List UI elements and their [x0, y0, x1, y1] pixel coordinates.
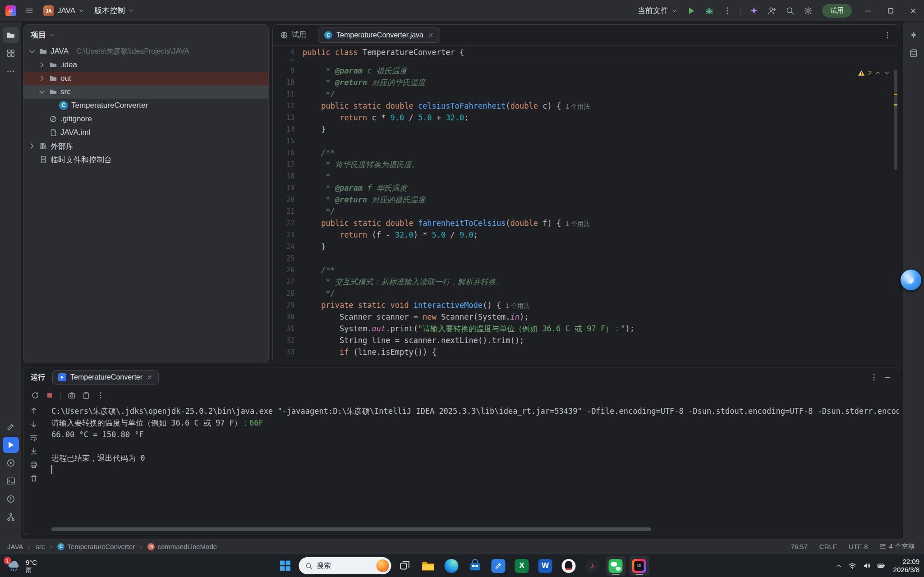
code-with-me-button[interactable] [763, 3, 781, 18]
code-line-10[interactable]: 10 * @return 对应的华氏温度 [273, 77, 899, 88]
code-line-9[interactable]: 9 * @param c 摄氏温度 [273, 65, 899, 77]
tree-item-temperatureconverter[interactable]: CTemperatureConverter [23, 99, 268, 112]
tree-item-out-folder[interactable]: out [23, 72, 268, 85]
code-editor[interactable]: 4public class TemperatureConverter { 8 *… [273, 46, 899, 363]
battery-icon[interactable] [877, 562, 885, 570]
tree-item-external-libraries[interactable]: 外部库 [23, 139, 268, 153]
code-line-23[interactable]: 23 return (f - 32.0) * 5.0 / 9.0; [273, 229, 899, 241]
breadcrumb-item[interactable]: src [36, 543, 45, 550]
services-toolwindow-button[interactable] [3, 455, 19, 471]
code-line-13[interactable]: 13 return c * 9.0 / 5.0 + 32.0; [273, 112, 899, 124]
code-line-16[interactable]: 16 /** [273, 147, 899, 159]
minimize-button[interactable] [857, 0, 879, 22]
code-line-21[interactable]: 21 */ [273, 206, 899, 217]
project-widget[interactable]: JA JAVA [39, 3, 89, 18]
excel-app[interactable]: X [512, 556, 532, 576]
database-toolwindow-button[interactable] [906, 45, 922, 61]
chevron-right-icon[interactable] [28, 142, 36, 150]
prev-occurrence-button[interactable] [28, 404, 40, 417]
code-line-33[interactable]: 33 if (line.isEmpty()) { [273, 346, 899, 358]
code-line-32[interactable]: 32 String line = scanner.nextLine().trim… [273, 334, 899, 346]
code-line-24[interactable]: 24 } [273, 241, 899, 252]
build-toolwindow-button[interactable] [3, 419, 19, 435]
run-panel-options-button[interactable] [870, 373, 878, 381]
code-line-30[interactable]: 30 Scanner scanner = new Scanner(System.… [273, 311, 899, 323]
more-toolwindows-button[interactable] [3, 63, 19, 79]
code-line-27[interactable]: 27 * 交互式模式：从标准输入读取一行，解析并转换。 [273, 276, 899, 288]
clear-console-button[interactable] [28, 472, 40, 485]
wechat-app[interactable] [606, 556, 625, 576]
vcs-widget[interactable]: 版本控制 [90, 3, 138, 18]
taskbar-clock[interactable]: 22:09 2026/3/8 [893, 558, 919, 574]
hide-run-panel-button[interactable] [883, 373, 892, 381]
scrollbar-thumb[interactable] [894, 70, 897, 170]
breadcrumb-item[interactable]: CTemperatureConverter [57, 543, 135, 550]
encoding-widget[interactable]: UTF-8 [849, 543, 868, 550]
notes-app[interactable] [488, 556, 508, 576]
problems-toolwindow-button[interactable] [3, 491, 19, 507]
soft-wrap-button[interactable] [28, 431, 40, 444]
close-button[interactable] [902, 0, 924, 22]
run-button[interactable] [683, 3, 700, 18]
code-line-29[interactable]: 29 private static void interactiveMode()… [273, 299, 899, 311]
chevron-right-icon[interactable] [38, 61, 46, 69]
tree-item-gitignore[interactable]: .gitignore [23, 112, 268, 126]
tree-item-java-iml[interactable]: JAVA.iml [23, 126, 268, 139]
edge-browser-app[interactable] [441, 556, 461, 576]
terminal-toolwindow-button[interactable] [3, 473, 19, 489]
run-console[interactable]: C:\Users\朱彦硕\.jdks\openjdk-25.0.2\bin\ja… [44, 403, 899, 535]
music-app[interactable]: ♪ [582, 556, 602, 576]
ai-assistant-button[interactable] [745, 3, 763, 18]
qq-app[interactable] [559, 556, 579, 576]
caret-position-widget[interactable]: 76:57 [791, 543, 808, 550]
warning-stripe-mark[interactable] [894, 94, 897, 95]
project-panel-header[interactable]: 项目 [23, 25, 268, 45]
trial-indicator[interactable]: 试用 [280, 30, 306, 40]
tab-close-icon[interactable] [428, 32, 434, 38]
tree-item-src-folder[interactable]: src [23, 85, 268, 99]
tab-close-icon[interactable] [147, 374, 153, 380]
code-line-26[interactable]: 26 /** [273, 264, 899, 276]
trial-badge[interactable]: 试用 [822, 4, 852, 18]
more-actions-button[interactable] [719, 3, 736, 18]
editor-tab-temperatureconverter[interactable]: C TemperatureConverter.java [318, 27, 440, 43]
code-line-25[interactable]: 25 [273, 252, 899, 264]
file-explorer-app[interactable] [418, 556, 438, 576]
task-view-button[interactable] [395, 556, 414, 576]
line-separator-widget[interactable]: CRLF [819, 543, 837, 550]
main-menu-button[interactable] [21, 3, 38, 18]
debug-button[interactable] [701, 3, 718, 18]
tree-item-scratches-consoles[interactable]: 临时文件和控制台 [23, 153, 268, 166]
thread-dump-button[interactable] [65, 389, 78, 402]
breadcrumb-item[interactable]: JAVA [7, 543, 23, 550]
run-toolwindow-button[interactable] [3, 437, 19, 453]
scroll-to-end-button[interactable] [28, 445, 40, 458]
tray-expand-button[interactable] [836, 563, 842, 569]
code-line-14[interactable]: 14 } [273, 124, 899, 135]
tab-options-button[interactable] [883, 31, 892, 39]
tree-item-java-root[interactable]: JAVAC:\Users\朱彦硕\IdeaProjects\JAVA [23, 45, 268, 58]
dump-threads-button[interactable] [80, 389, 92, 402]
console-horizontal-scrollbar[interactable] [51, 527, 651, 531]
more-options-button[interactable] [94, 389, 107, 402]
code-line-11[interactable]: 11 */ [273, 88, 899, 100]
breadcrumb-item[interactable]: mcommandLineMode [147, 543, 217, 550]
search-everywhere-button[interactable] [781, 3, 799, 18]
warning-stripe-mark[interactable] [894, 104, 897, 105]
settings-button[interactable] [800, 3, 817, 18]
chevron-down-icon[interactable] [38, 88, 46, 96]
code-line-12[interactable]: 12 public static double celsiusToFahrenh… [273, 100, 899, 112]
chevron-up-icon[interactable] [875, 70, 881, 76]
run-tab-temperatureconverter[interactable]: TemperatureConverter [52, 370, 159, 385]
rerun-button[interactable] [29, 389, 41, 402]
editor-scrollbar[interactable] [893, 67, 898, 362]
stop-button[interactable] [43, 389, 56, 402]
code-line-28[interactable]: 28 */ [273, 288, 899, 299]
intellij-idea-app[interactable] [629, 556, 649, 576]
search-highlight-icon[interactable] [376, 559, 389, 572]
inspections-widget[interactable]: 2 [858, 69, 890, 77]
version-control-toolwindow-button[interactable] [3, 509, 19, 525]
project-toolwindow-button[interactable] [3, 27, 19, 43]
start-button[interactable] [275, 556, 295, 576]
run-configuration-widget[interactable]: 当前文件 [633, 3, 682, 18]
